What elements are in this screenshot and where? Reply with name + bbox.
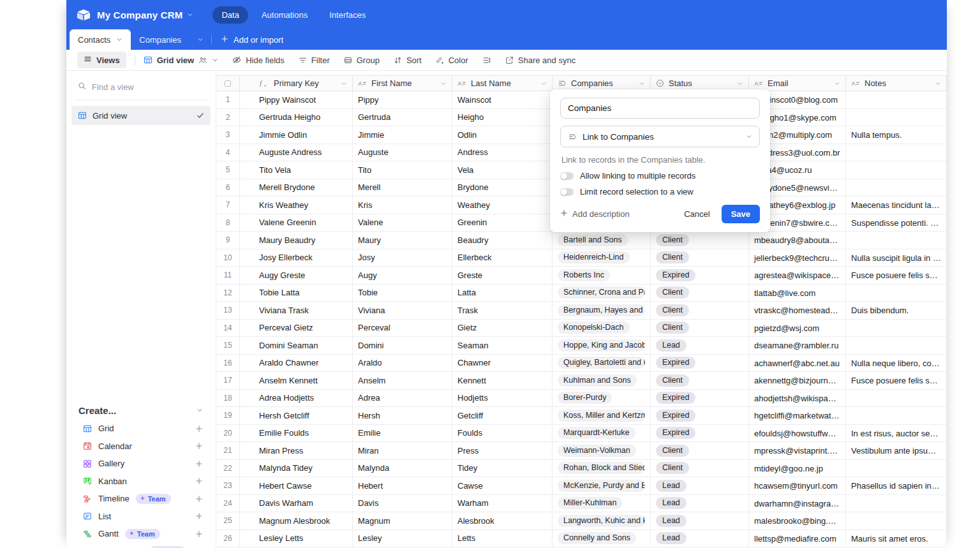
cell-primary-key[interactable]: Emilie Foulds bbox=[240, 425, 353, 443]
cell-notes[interactable] bbox=[846, 407, 947, 425]
cell-first-name[interactable]: Malynda bbox=[353, 460, 452, 478]
cell-notes[interactable] bbox=[846, 320, 947, 337]
cell-notes[interactable]: Nulla neque libero, conval... bbox=[846, 355, 947, 373]
save-button[interactable]: Save bbox=[722, 205, 760, 223]
cell-notes[interactable] bbox=[846, 161, 947, 179]
linked-record-chip[interactable]: Hoppe, King and Jacobs bbox=[558, 339, 645, 352]
cell-companies[interactable]: Borer-Purdy bbox=[553, 390, 651, 408]
nav-tab-interfaces[interactable]: Interfaces bbox=[321, 6, 374, 24]
column-header-last-name[interactable]: ALast Name bbox=[452, 76, 553, 91]
create-item-new-section[interactable]: New sectionTeam bbox=[66, 543, 216, 548]
chevron-down-icon[interactable] bbox=[116, 36, 122, 43]
app-logo-icon[interactable] bbox=[77, 8, 91, 22]
chevron-down-icon[interactable] bbox=[440, 80, 447, 87]
cell-first-name[interactable]: Augy bbox=[353, 267, 452, 285]
cell-status[interactable]: Client bbox=[651, 442, 749, 460]
cell-last-name[interactable]: Foulds bbox=[452, 425, 553, 443]
find-view-input[interactable] bbox=[92, 82, 188, 92]
cell-companies[interactable]: Rohan, Block and Stiedemann bbox=[553, 460, 651, 478]
cell-primary-key[interactable]: Maury Beaudry bbox=[240, 232, 353, 249]
cell-email[interactable]: achawnerf@abc.net.au bbox=[749, 355, 846, 373]
cell-last-name[interactable]: Beaudry bbox=[452, 232, 553, 249]
cell-email[interactable]: pgietzd@wsj.com bbox=[749, 320, 846, 337]
filter-button[interactable]: Filter bbox=[299, 56, 330, 65]
linked-record-chip[interactable]: Rohan, Block and Stiedemann bbox=[558, 462, 645, 474]
cell-first-name[interactable]: Anselm bbox=[353, 372, 452, 390]
cell-notes[interactable]: In est risus, auctor sed, tr... bbox=[846, 425, 947, 443]
cell-primary-key[interactable]: Domini Seaman bbox=[240, 337, 353, 355]
toggle-switch[interactable] bbox=[560, 188, 574, 196]
cell-last-name[interactable]: Hodjetts bbox=[452, 390, 553, 408]
cell-first-name[interactable]: Araldo bbox=[353, 355, 452, 373]
cell-primary-key[interactable]: Tito Vela bbox=[240, 161, 353, 179]
cell-notes[interactable] bbox=[846, 512, 947, 530]
table-tab-companies[interactable]: Companies bbox=[131, 29, 189, 50]
cell-last-name[interactable]: Alesbrook bbox=[452, 512, 553, 530]
column-header-email[interactable]: AEmail bbox=[749, 76, 846, 91]
cell-first-name[interactable]: Davis bbox=[353, 495, 452, 513]
cell-primary-key[interactable]: Lesley Letts bbox=[240, 530, 353, 548]
cell-email[interactable]: hcawsem@tinyurl.com bbox=[749, 477, 846, 495]
cell-primary-key[interactable]: Anselm Kennett bbox=[240, 372, 353, 390]
toggle-allow-multiple-records[interactable]: Allow linking to multiple records bbox=[560, 171, 760, 181]
hide-fields-button[interactable]: Hide fields bbox=[232, 56, 285, 65]
linked-record-chip[interactable]: Marquardt-Kerluke bbox=[558, 427, 635, 439]
chevron-down-icon[interactable] bbox=[737, 80, 743, 87]
linked-record-chip[interactable]: Kuhlman and Sons bbox=[558, 374, 637, 387]
column-header-first-name[interactable]: AFirst Name bbox=[353, 76, 452, 91]
cell-primary-key[interactable]: Tobie Latta bbox=[240, 285, 353, 302]
cell-first-name[interactable]: Emilie bbox=[353, 425, 452, 443]
row-height-button[interactable] bbox=[482, 56, 491, 64]
cell-notes[interactable] bbox=[846, 460, 947, 478]
cell-notes[interactable]: Phasellus id sapien in sap... bbox=[846, 477, 947, 495]
cell-first-name[interactable]: Josy bbox=[353, 249, 452, 267]
cell-notes[interactable] bbox=[846, 495, 947, 513]
cell-email[interactable]: hgetcliffi@marketwatch.com bbox=[749, 407, 846, 425]
sidebar-view-grid[interactable]: Grid view bbox=[71, 106, 211, 125]
plus-icon[interactable] bbox=[195, 460, 203, 468]
table-row[interactable]: 23Hebert CawseHebertCawseMcKenzie, Purdy… bbox=[216, 477, 947, 495]
linked-record-chip[interactable]: Miller-Kuhlman bbox=[558, 497, 622, 509]
cell-companies[interactable]: Kuhlman and Sons bbox=[553, 372, 651, 390]
cell-last-name[interactable]: Vela bbox=[452, 161, 553, 179]
cell-first-name[interactable]: Pippy bbox=[353, 91, 452, 109]
cell-last-name[interactable]: Tidey bbox=[452, 460, 553, 478]
cell-first-name[interactable]: Miran bbox=[353, 442, 452, 460]
table-row[interactable]: 26Lesley LettsLesleyLettsConnelly and So… bbox=[216, 530, 947, 548]
chevron-down-icon[interactable] bbox=[540, 80, 547, 87]
column-header-notes[interactable]: ANotes bbox=[846, 76, 947, 91]
views-button[interactable]: Views bbox=[77, 52, 126, 68]
cell-first-name[interactable]: Adrea bbox=[353, 390, 452, 408]
plus-icon[interactable] bbox=[195, 425, 203, 433]
cell-companies[interactable]: Connelly and Sons bbox=[553, 530, 651, 548]
table-row[interactable]: 20Emilie FouldsEmilieFouldsMarquardt-Ker… bbox=[216, 425, 947, 443]
toggle-switch[interactable] bbox=[560, 172, 574, 180]
cell-first-name[interactable]: Auguste bbox=[353, 144, 452, 162]
cell-status[interactable]: Client bbox=[651, 285, 749, 302]
cell-email[interactable]: akennettg@bizjournals.com bbox=[749, 372, 846, 390]
cell-last-name[interactable]: Getcliff bbox=[452, 407, 553, 425]
cell-first-name[interactable]: Kris bbox=[353, 196, 452, 214]
cell-primary-key[interactable]: Jimmie Odlin bbox=[240, 126, 353, 144]
table-row[interactable]: 21Miran PressMiranPressWeimann-VolkmanCl… bbox=[216, 442, 947, 460]
cell-notes[interactable] bbox=[846, 390, 947, 408]
cell-primary-key[interactable]: Adrea Hodjetts bbox=[240, 390, 353, 408]
cell-primary-key[interactable]: Pippy Wainscot bbox=[240, 91, 353, 109]
add-or-import-button[interactable]: Add or import bbox=[212, 29, 292, 50]
column-header-checkbox[interactable] bbox=[216, 76, 240, 91]
cell-first-name[interactable]: Hersh bbox=[353, 407, 452, 425]
group-button[interactable]: Group bbox=[344, 56, 380, 65]
cell-companies[interactable]: Bergnaum, Hayes and Connelly bbox=[553, 302, 651, 320]
cell-notes[interactable]: Mauris sit amet eros. bbox=[846, 530, 947, 548]
cell-notes[interactable] bbox=[846, 91, 947, 109]
cell-last-name[interactable]: Odlin bbox=[452, 126, 553, 144]
color-button[interactable]: Color bbox=[436, 56, 468, 65]
cell-primary-key[interactable]: Merell Brydone bbox=[240, 179, 353, 197]
plus-icon[interactable] bbox=[195, 477, 203, 485]
cell-last-name[interactable]: Weathey bbox=[452, 196, 553, 214]
cell-email[interactable]: mtideyl@goo.ne.jp bbox=[749, 460, 846, 478]
chevron-down-icon[interactable] bbox=[189, 29, 211, 50]
cell-first-name[interactable]: Tito bbox=[353, 161, 452, 179]
cell-notes[interactable] bbox=[846, 337, 947, 355]
chevron-down-icon[interactable] bbox=[341, 80, 347, 87]
